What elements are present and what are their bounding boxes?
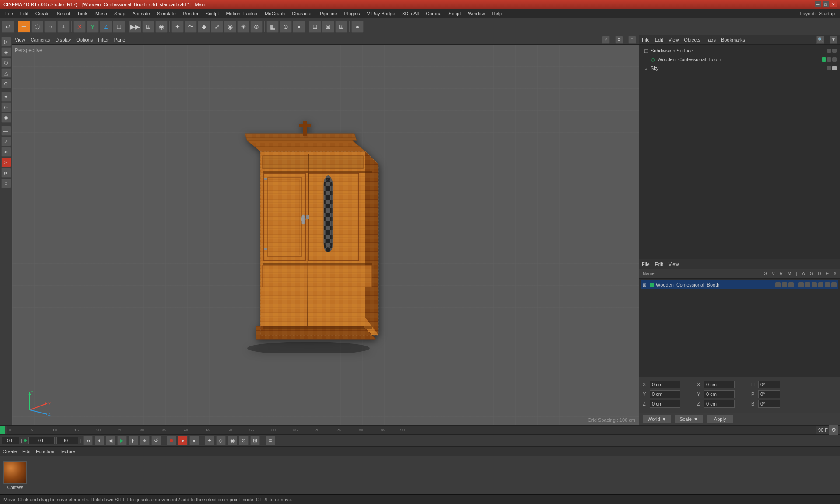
viewport-menu-display[interactable]: Display — [55, 37, 71, 42]
loop-button[interactable]: ↺ — [151, 436, 161, 445]
transform-button[interactable]: + — [57, 21, 70, 33]
object-button[interactable]: ✦ — [172, 21, 184, 33]
viewport-menu-cameras[interactable]: Cameras — [31, 37, 50, 42]
menu-sculpt[interactable]: Sculpt — [202, 10, 223, 17]
floor-button[interactable]: ▦ — [266, 21, 279, 33]
z-axis-button[interactable]: Z — [100, 21, 112, 33]
menu-mograph[interactable]: MoGraph — [261, 10, 288, 17]
light-button[interactable]: ☀ — [237, 21, 249, 33]
menu-motion-tracker[interactable]: Motion Tracker — [222, 10, 261, 17]
viewport-menu-panel[interactable]: Panel — [114, 37, 126, 42]
viewport-maximize-button[interactable]: □ — [628, 36, 636, 44]
x-pos-input[interactable] — [650, 381, 680, 388]
line-tool-button[interactable]: — — [1, 126, 11, 136]
play-back-button[interactable]: ◀ — [106, 436, 116, 445]
timeline-ruler[interactable]: 0 5 10 15 20 25 30 35 40 45 50 55 60 65 … — [7, 426, 816, 434]
mat-menu-texture[interactable]: Texture — [60, 449, 75, 454]
close-button[interactable]: ✕ — [830, 1, 836, 7]
scale-button[interactable]: Scale ▼ — [675, 415, 703, 424]
timeline-button[interactable]: ≡ — [266, 436, 275, 445]
edge-mode-button[interactable]: △ — [1, 68, 11, 78]
snap-button[interactable]: ⊟ — [309, 21, 321, 33]
material-button[interactable]: ● — [293, 21, 305, 33]
menu-file[interactable]: File — [2, 10, 17, 17]
p-input[interactable] — [758, 390, 780, 398]
mat-menu-create[interactable]: Create — [3, 449, 17, 454]
om-item-subdivision[interactable]: ◫ Subdivision Surface — [641, 46, 838, 55]
sky-button[interactable]: ⊙ — [280, 21, 292, 33]
menu-3dtoall[interactable]: 3DToAll — [399, 10, 422, 17]
om-menu-file[interactable]: File — [642, 37, 650, 42]
max-frame-input[interactable] — [56, 437, 78, 444]
sculpt-grab-button[interactable]: ⊲ — [1, 147, 11, 157]
sculpt-smooth-button[interactable]: S — [1, 158, 11, 167]
menu-simulate[interactable]: Simulate — [154, 10, 179, 17]
current-frame-input[interactable] — [2, 437, 19, 444]
y-axis-button[interactable]: Y — [87, 21, 99, 33]
camera-button[interactable]: ◉ — [224, 21, 236, 33]
mesh-mode-button[interactable]: ◈ — [1, 47, 11, 57]
pen-tool-button[interactable]: ↗ — [1, 136, 11, 146]
live-select-button[interactable]: ✦ — [1, 92, 11, 102]
menu-render[interactable]: Render — [179, 10, 202, 17]
instance-button[interactable]: ⊕ — [250, 21, 262, 33]
frame-range-input[interactable] — [28, 437, 55, 444]
y-pos-input[interactable] — [650, 390, 680, 398]
menu-snap[interactable]: Snap — [111, 10, 129, 17]
menu-window[interactable]: Window — [464, 10, 488, 17]
snap2-button[interactable]: ⊠ — [322, 21, 334, 33]
undo-button[interactable]: ↩ — [2, 21, 14, 33]
viewport-expand-button[interactable]: ⤢ — [602, 36, 610, 44]
attr-menu-file[interactable]: File — [642, 262, 650, 267]
om-menu-bookmarks[interactable]: Bookmarks — [721, 37, 745, 42]
box-select-button[interactable]: ⊙ — [1, 102, 11, 112]
nurbs-button[interactable]: ◆ — [198, 21, 210, 33]
z-rot-input[interactable] — [704, 400, 735, 408]
menu-corona[interactable]: Corona — [422, 10, 445, 17]
render-button[interactable]: ◉ — [155, 21, 168, 33]
render-view-button[interactable]: ⊞ — [142, 21, 154, 33]
loop-select-button[interactable]: ◉ — [1, 113, 11, 122]
menu-script[interactable]: Script — [445, 10, 464, 17]
om-menu-tags[interactable]: Tags — [706, 37, 716, 42]
snap-keyframe-button[interactable]: ◉ — [228, 436, 237, 445]
om-menu-objects[interactable]: Objects — [684, 37, 700, 42]
motion-record-button[interactable]: ✦ — [205, 436, 214, 445]
motion-blur-button[interactable]: ⊞ — [250, 436, 260, 445]
keyframe-button[interactable]: ◇ — [216, 436, 226, 445]
menu-edit[interactable]: Edit — [17, 10, 32, 17]
extra-button[interactable]: ● — [351, 21, 364, 33]
move-tool-button[interactable]: ✛ — [18, 21, 30, 33]
om-filter-button[interactable]: ▼ — [830, 36, 837, 44]
menu-mesh[interactable]: Mesh — [92, 10, 111, 17]
menu-animate[interactable]: Animate — [129, 10, 154, 17]
poly-mode-button[interactable]: ⬡ — [1, 58, 11, 67]
viewport-menu-filter[interactable]: Filter — [98, 37, 108, 42]
sculpt-brush-button[interactable]: ⊳ — [1, 168, 11, 178]
attr-menu-edit[interactable]: Edit — [655, 262, 663, 267]
minimize-button[interactable]: — — [815, 1, 821, 7]
om-search-button[interactable]: 🔍 — [816, 36, 824, 44]
attr-selected-row[interactable]: ⊞ Wooden_Confessional_Booth — [641, 280, 838, 289]
timeline-settings-button[interactable]: ⚙ — [829, 425, 838, 435]
snap3-button[interactable]: ⊞ — [335, 21, 347, 33]
attr-menu-view[interactable]: View — [668, 262, 679, 267]
sculpt-inflate-button[interactable]: ○ — [1, 178, 11, 188]
x-axis-button[interactable]: X — [74, 21, 86, 33]
record-button[interactable]: ⏺ — [167, 436, 176, 445]
menu-tools[interactable]: Tools — [74, 10, 92, 17]
play-forward-button[interactable]: ▶ — [117, 436, 127, 445]
menu-vray[interactable]: V-Ray Bridge — [364, 10, 399, 17]
menu-pipeline[interactable]: Pipeline — [316, 10, 340, 17]
world-coord-button[interactable]: □ — [113, 21, 125, 33]
prev-frame-button[interactable]: ⏴ — [94, 436, 104, 445]
x-rot-input[interactable] — [704, 381, 735, 388]
apply-button[interactable]: Apply — [707, 415, 734, 424]
viewport-menu-options[interactable]: Options — [76, 37, 93, 42]
next-frame-button[interactable]: ⏵ — [129, 436, 138, 445]
goto-end-button[interactable]: ⏭ — [140, 436, 150, 445]
mat-menu-function[interactable]: Function — [36, 449, 54, 454]
menu-character[interactable]: Character — [288, 10, 316, 17]
b-input[interactable] — [758, 400, 780, 408]
goto-start-button[interactable]: ⏮ — [83, 436, 93, 445]
